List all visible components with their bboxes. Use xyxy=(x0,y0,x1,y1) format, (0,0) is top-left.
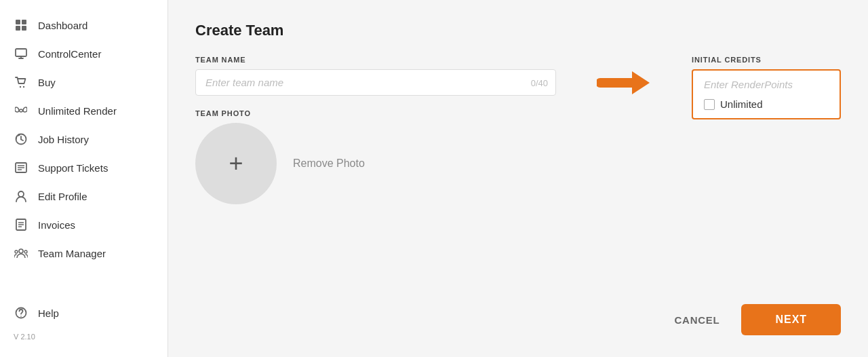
svg-rect-0 xyxy=(16,20,20,24)
svg-point-24 xyxy=(20,316,22,317)
sidebar-item-controlcenter-label: ControlCenter xyxy=(38,48,101,60)
history-icon xyxy=(14,132,28,147)
sidebar-item-edit-profile[interactable]: Edit Profile xyxy=(0,182,167,210)
monitor-icon xyxy=(14,46,28,61)
svg-point-15 xyxy=(18,191,24,197)
credits-box: Unlimited xyxy=(692,69,841,119)
form-area: TEAM NAME 0/40 TEAM PHOTO + Remove Photo xyxy=(195,56,841,204)
help-icon xyxy=(14,305,28,320)
svg-point-20 xyxy=(19,249,23,253)
sidebar-item-team-manager-label: Team Manager xyxy=(38,248,106,259)
svg-rect-2 xyxy=(16,26,20,31)
sidebar-item-team-manager[interactable]: Team Manager xyxy=(0,239,167,267)
arrow-icon xyxy=(597,62,651,103)
sidebar-item-buy[interactable]: Buy xyxy=(0,68,167,96)
left-form: TEAM NAME 0/40 TEAM PHOTO + Remove Photo xyxy=(195,56,556,204)
sidebar-item-unlimited-render[interactable]: Unlimited Render xyxy=(0,96,167,125)
bottom-actions: CANCEL NEXT xyxy=(195,290,841,335)
unlimited-label: Unlimited xyxy=(720,98,763,110)
svg-point-7 xyxy=(20,86,21,87)
svg-rect-1 xyxy=(22,20,26,24)
sidebar-item-controlcenter[interactable]: ControlCenter xyxy=(0,39,167,68)
sidebar-item-dashboard[interactable]: Dashboard xyxy=(0,11,167,39)
team-name-label: TEAM NAME xyxy=(195,56,556,64)
svg-marker-25 xyxy=(632,71,650,94)
unlimited-checkbox[interactable] xyxy=(704,99,715,110)
sidebar-item-support-tickets-label: Support Tickets xyxy=(38,162,108,174)
svg-rect-3 xyxy=(22,26,26,31)
dashboard-icon xyxy=(14,18,28,33)
sidebar: Dashboard ControlCenter Buy xyxy=(0,0,168,357)
sidebar-item-edit-profile-label: Edit Profile xyxy=(38,191,87,202)
invoices-icon xyxy=(14,217,28,232)
sidebar-item-invoices-label: Invoices xyxy=(38,219,75,231)
cart-icon xyxy=(14,75,28,90)
sidebar-item-buy-label: Buy xyxy=(38,77,56,88)
svg-point-8 xyxy=(23,86,24,87)
sidebar-version: V 2.10 xyxy=(0,327,167,346)
render-points-input[interactable] xyxy=(704,79,829,90)
sidebar-item-unlimited-render-label: Unlimited Render xyxy=(38,105,117,117)
initial-credits-label: INITIAL CREDITS xyxy=(692,56,762,64)
svg-point-22 xyxy=(24,250,27,253)
sidebar-item-support-tickets[interactable]: Support Tickets xyxy=(0,153,167,182)
main-content: Create Team TEAM NAME 0/40 TEAM PHOTO + … xyxy=(168,0,868,357)
sidebar-item-help[interactable]: Help xyxy=(0,299,167,327)
sidebar-item-invoices[interactable]: Invoices xyxy=(0,210,167,239)
sidebar-help-label: Help xyxy=(38,307,59,319)
photo-upload-circle[interactable]: + xyxy=(195,123,277,204)
svg-point-21 xyxy=(15,250,18,253)
page-title: Create Team xyxy=(195,22,841,39)
sidebar-item-dashboard-label: Dashboard xyxy=(38,20,87,31)
sidebar-item-job-history[interactable]: Job History xyxy=(0,125,167,153)
profile-icon xyxy=(14,189,28,204)
team-name-input[interactable] xyxy=(195,69,556,96)
svg-rect-4 xyxy=(16,49,26,56)
sidebar-item-job-history-label: Job History xyxy=(38,134,89,145)
team-photo-label: TEAM PHOTO xyxy=(195,109,556,117)
photo-area: + Remove Photo xyxy=(195,123,556,204)
team-icon xyxy=(14,246,28,261)
next-button[interactable]: NEXT xyxy=(741,304,841,335)
team-name-input-wrap: 0/40 xyxy=(195,69,556,96)
photo-plus-icon: + xyxy=(229,149,243,178)
right-panel: INITIAL CREDITS Unlimited xyxy=(692,56,841,119)
remove-photo-button[interactable]: Remove Photo xyxy=(293,157,365,170)
tickets-icon xyxy=(14,160,28,175)
arrow-area xyxy=(597,56,651,103)
unlimited-row: Unlimited xyxy=(704,98,829,110)
cancel-button[interactable]: CANCEL xyxy=(674,314,719,326)
unlimited-icon xyxy=(14,103,28,118)
char-count: 0/40 xyxy=(531,77,548,88)
